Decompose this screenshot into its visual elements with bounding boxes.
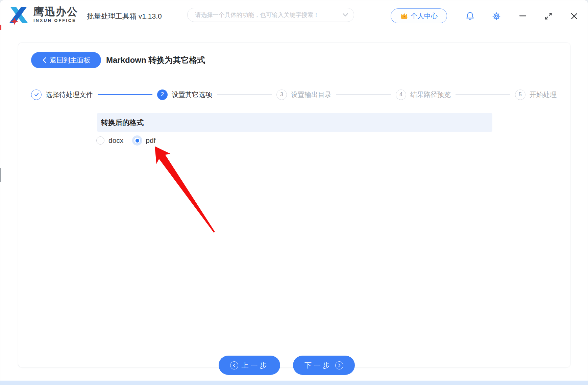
step-2-circle: 2 bbox=[157, 89, 168, 100]
minimize-button[interactable] bbox=[518, 11, 528, 21]
bell-icon bbox=[466, 11, 474, 21]
close-icon bbox=[570, 12, 579, 21]
previous-step-button[interactable]: 上一步 bbox=[219, 356, 280, 375]
step-connector bbox=[217, 94, 272, 95]
step-connector bbox=[98, 94, 152, 95]
maximize-button[interactable] bbox=[544, 11, 553, 21]
close-button[interactable] bbox=[569, 11, 579, 21]
chevron-down-icon bbox=[342, 13, 348, 17]
step-1-circle bbox=[31, 89, 42, 100]
format-section-header: 转换后的格式 bbox=[97, 113, 492, 132]
step-4-circle: 4 bbox=[396, 89, 406, 100]
app-title: 批量处理工具箱 v1.13.0 bbox=[87, 0, 162, 32]
maximize-icon bbox=[544, 12, 553, 21]
crown-icon bbox=[400, 12, 408, 19]
chevron-left-icon bbox=[42, 57, 47, 63]
circled-chevron-left-icon bbox=[230, 361, 238, 369]
step-5-label: 开始处理 bbox=[530, 90, 557, 99]
top-bar: 鹰迅办公 INXUN OFFICE 批量处理工具箱 v1.13.0 个人中心 bbox=[0, 0, 588, 32]
gear-icon bbox=[492, 11, 501, 21]
user-center-label: 个人中心 bbox=[411, 11, 438, 21]
background-window-strip bbox=[0, 381, 588, 385]
settings-button[interactable] bbox=[492, 11, 501, 21]
wizard-stepper: 选择待处理文件 2 设置其它选项 3 设置输出目录 4 结果路径预览 5 开始处… bbox=[31, 89, 557, 100]
notifications-button[interactable] bbox=[465, 11, 475, 21]
desktop-artifact bbox=[0, 25, 1, 30]
step-5-circle: 5 bbox=[515, 89, 525, 100]
step-output-dir: 3 设置输出目录 bbox=[276, 89, 332, 100]
minimize-icon bbox=[518, 11, 527, 20]
step-2-label: 设置其它选项 bbox=[172, 90, 212, 99]
format-option-docx[interactable]: docx bbox=[96, 136, 123, 145]
main-card: 返回到主面板 Markdown 转换为其它格式 选择待处理文件 2 设置其它选项 bbox=[18, 43, 570, 367]
format-option-pdf[interactable]: pdf bbox=[132, 135, 155, 146]
app-window: 鹰迅办公 INXUN OFFICE 批量处理工具箱 v1.13.0 个人中心 bbox=[0, 0, 588, 385]
step-result-preview: 4 结果路径预览 bbox=[396, 89, 451, 100]
format-option-pdf-label: pdf bbox=[146, 136, 155, 145]
header-divider bbox=[18, 76, 570, 76]
step-connector bbox=[336, 94, 391, 95]
previous-step-label: 上一步 bbox=[242, 361, 269, 370]
step-start-processing: 5 开始处理 bbox=[515, 89, 557, 100]
next-step-button[interactable]: 下一步 bbox=[293, 356, 355, 375]
search-input[interactable] bbox=[195, 11, 342, 19]
brand-name-en: INXUN OFFICE bbox=[33, 18, 78, 23]
step-select-files: 选择待处理文件 bbox=[31, 89, 93, 100]
function-search-select[interactable] bbox=[187, 8, 354, 22]
radio-unchecked-icon[interactable] bbox=[96, 136, 104, 145]
format-radio-group: docx pdf bbox=[96, 135, 156, 146]
brand-block: 鹰迅办公 INXUN OFFICE bbox=[33, 6, 78, 23]
step-connector bbox=[456, 94, 510, 95]
step-3-circle: 3 bbox=[276, 89, 287, 100]
radio-checked-icon[interactable] bbox=[132, 135, 142, 146]
format-option-docx-label: docx bbox=[108, 136, 123, 145]
step-1-label: 选择待处理文件 bbox=[46, 90, 93, 99]
step-4-label: 结果路径预览 bbox=[410, 90, 451, 99]
back-button-label: 返回到主面板 bbox=[50, 56, 91, 65]
format-section-title: 转换后的格式 bbox=[101, 118, 144, 127]
back-to-dashboard-button[interactable]: 返回到主面板 bbox=[31, 52, 101, 68]
check-icon bbox=[33, 92, 40, 98]
next-step-label: 下一步 bbox=[304, 361, 332, 370]
user-center-button[interactable]: 个人中心 bbox=[391, 8, 447, 23]
logo-icon bbox=[7, 5, 30, 26]
brand-name-cn: 鹰迅办公 bbox=[33, 6, 78, 17]
step-set-options: 2 设置其它选项 bbox=[157, 89, 212, 100]
desktop-artifact bbox=[0, 168, 1, 182]
page-title: Markdown 转换为其它格式 bbox=[106, 52, 205, 68]
circled-chevron-right-icon bbox=[335, 361, 343, 369]
step-3-label: 设置输出目录 bbox=[291, 90, 332, 99]
